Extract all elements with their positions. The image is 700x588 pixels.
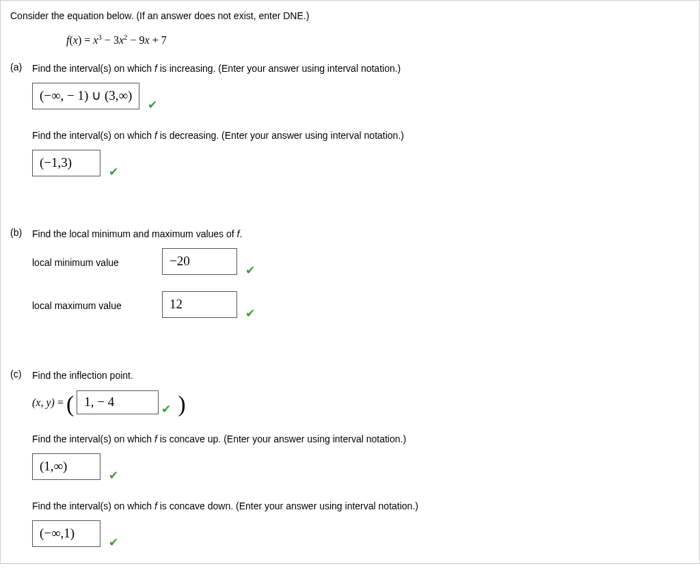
answer-inflection[interactable]: 1, − 4 xyxy=(77,390,159,414)
part-c: (c) Find the inflection point. (x, y) = … xyxy=(10,369,690,547)
problem-container: Consider the equation below. (If an answ… xyxy=(0,0,700,564)
open-paren: ( xyxy=(66,391,74,417)
answer-local-max[interactable]: 12 xyxy=(162,291,237,318)
check-icon: ✔ xyxy=(109,468,118,483)
check-icon: ✔ xyxy=(109,165,118,179)
answer-concave-up[interactable]: (1,∞) xyxy=(32,453,100,480)
check-icon: ✔ xyxy=(161,402,171,416)
answer-decreasing[interactable]: (−1,3) xyxy=(32,150,100,176)
check-icon: ✔ xyxy=(245,263,255,278)
local-max-label: local maximum value xyxy=(32,300,162,318)
check-icon: ✔ xyxy=(245,306,255,321)
function-equation: f(x) = x3 − 3x2 − 9x + 7 xyxy=(66,33,690,46)
check-icon: ✔ xyxy=(109,535,118,550)
xy-equals-label: (x, y) = xyxy=(32,397,64,409)
local-min-label: local minimum value xyxy=(32,257,162,275)
close-paren: ) xyxy=(178,391,185,417)
part-c-q-up: Find the interval(s) on which f is conca… xyxy=(32,432,690,446)
part-b-label: (b) xyxy=(10,227,32,337)
answer-concave-down[interactable]: (−∞,1) xyxy=(32,520,100,547)
part-c-q-down: Find the interval(s) on which f is conca… xyxy=(32,499,690,513)
part-c-q-infl: Find the inflection point. xyxy=(32,369,690,383)
part-a-label: (a) xyxy=(10,62,32,196)
answer-increasing[interactable]: (−∞, − 1) ∪ (3,∞) xyxy=(32,83,139,109)
part-a-q1: Find the interval(s) on which f is incre… xyxy=(32,62,690,76)
part-b: (b) Find the local minimum and maximum v… xyxy=(10,227,690,337)
part-b-q: Find the local minimum and maximum value… xyxy=(32,227,690,241)
part-a: (a) Find the interval(s) on which f is i… xyxy=(10,62,690,196)
check-icon: ✔ xyxy=(148,98,157,112)
answer-local-min[interactable]: −20 xyxy=(162,248,237,275)
problem-intro: Consider the equation below. (If an answ… xyxy=(10,9,690,23)
part-a-q2: Find the interval(s) on which f is decre… xyxy=(32,129,690,143)
part-c-label: (c) xyxy=(10,369,32,547)
